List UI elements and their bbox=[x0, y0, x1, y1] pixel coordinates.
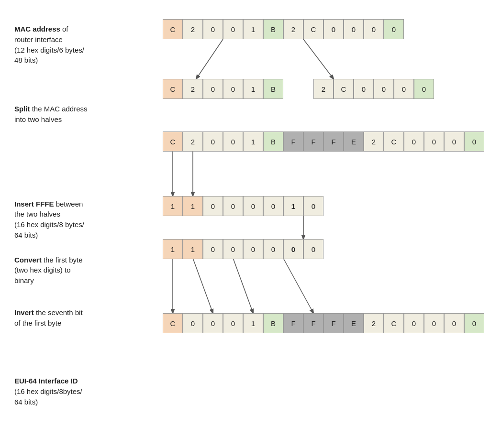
insert-label: Insert FFFE between the two halves (16 h… bbox=[14, 199, 158, 240]
cell-mac-2b: 2 bbox=[283, 19, 303, 39]
cell-eui-b: B bbox=[263, 313, 283, 333]
cell-mac-c: C bbox=[163, 19, 183, 39]
insert-bold: Insert FFFE bbox=[14, 200, 54, 208]
cell-fffe-0c: 0 bbox=[404, 131, 424, 152]
svg-line-7 bbox=[233, 258, 253, 313]
fffe-row: C 2 0 0 1 B F F F E 2 C 0 0 0 0 bbox=[163, 131, 484, 152]
cell-right-c: C bbox=[334, 79, 354, 99]
cell-right-0a: 0 bbox=[354, 79, 374, 99]
cell-inv-0d: 0 bbox=[263, 239, 283, 259]
cell-left-0b: 0 bbox=[223, 79, 243, 99]
cell-bin-0c: 0 bbox=[243, 196, 263, 216]
eui64-line2: (16 hex digits/8bytes/ bbox=[14, 386, 158, 397]
arrows-svg bbox=[163, 10, 476, 440]
mac-line3: (12 hex digits/6 bytes/ bbox=[14, 45, 158, 55]
cell-eui-f1: F bbox=[283, 313, 303, 333]
cell-fffe-0f: 0 bbox=[464, 131, 484, 152]
cell-fffe-c: C bbox=[163, 131, 183, 152]
insert-line3: (16 hex digits/8 bytes/ bbox=[14, 219, 158, 230]
cell-mac-0c: 0 bbox=[323, 19, 344, 39]
eui64-label: EUI-64 Interface ID (16 hex digits/8byte… bbox=[14, 376, 158, 407]
cell-fffe-0e: 0 bbox=[444, 131, 464, 152]
cell-eui-0d: 0 bbox=[404, 313, 424, 333]
cell-bin-1b: 1 bbox=[183, 196, 203, 216]
cell-fffe-f1: F bbox=[283, 131, 303, 152]
invert-label: Invert the seventh bit of the first byte bbox=[14, 307, 158, 328]
invert-bold: Invert bbox=[14, 308, 34, 317]
invert-rest: the seventh bit bbox=[34, 308, 83, 317]
mac-bold: MAC address bbox=[14, 25, 60, 33]
svg-line-0 bbox=[196, 39, 223, 79]
cell-inv-0e: 0 bbox=[283, 239, 303, 259]
cell-inv-1a: 1 bbox=[163, 239, 183, 259]
cell-bin-0b: 0 bbox=[223, 196, 243, 216]
convert-rest: the first byte bbox=[42, 256, 83, 264]
cell-bin-0e: 0 bbox=[303, 196, 323, 216]
split-rest: the MAC address bbox=[30, 105, 88, 113]
cell-mac-b: B bbox=[263, 19, 283, 39]
cell-fffe-1: 1 bbox=[243, 131, 263, 152]
cell-fffe-cb: C bbox=[384, 131, 404, 152]
cell-left-0a: 0 bbox=[203, 79, 223, 99]
cell-eui-0a: 0 bbox=[183, 313, 203, 333]
cell-mac-0e: 0 bbox=[364, 19, 384, 39]
left-column: MAC address of router interface (12 hex … bbox=[14, 10, 163, 440]
cell-eui-0e: 0 bbox=[424, 313, 444, 333]
cell-eui-1: 1 bbox=[243, 313, 263, 333]
cell-right-0c: 0 bbox=[394, 79, 414, 99]
mac-right-row: 2 C 0 0 0 0 bbox=[313, 79, 434, 99]
cell-left-2: 2 bbox=[183, 79, 203, 99]
right-column: C 2 0 0 1 B 2 C 0 0 0 0 C 2 bbox=[163, 10, 476, 440]
cell-right-0b: 0 bbox=[374, 79, 394, 99]
cell-fffe-f2: F bbox=[303, 131, 323, 152]
insert-rest: between bbox=[54, 200, 83, 208]
split-line2: into two halves bbox=[14, 114, 158, 125]
cell-right-2: 2 bbox=[313, 79, 334, 99]
cell-eui-0f: 0 bbox=[444, 313, 464, 333]
cell-eui-f2: F bbox=[303, 313, 323, 333]
cell-bin-1c: 1 bbox=[283, 196, 303, 216]
cell-inv-0a: 0 bbox=[203, 239, 223, 259]
cell-eui-0g: 0 bbox=[464, 313, 484, 333]
eui64-line3: 64 bits) bbox=[14, 397, 158, 407]
cell-mac-0f: 0 bbox=[384, 19, 404, 39]
split-label: Split the MAC address into two halves bbox=[14, 104, 158, 125]
svg-line-8 bbox=[283, 258, 313, 313]
cell-mac-cb: C bbox=[303, 19, 323, 39]
convert-bold: Convert bbox=[14, 256, 42, 264]
cell-mac-0d: 0 bbox=[344, 19, 364, 39]
cell-eui-cb: C bbox=[384, 313, 404, 333]
cell-mac-0b: 0 bbox=[223, 19, 243, 39]
inverted-row: 1 1 0 0 0 0 0 0 bbox=[163, 239, 323, 259]
cell-left-c: C bbox=[163, 79, 183, 99]
cell-eui-f3: F bbox=[323, 313, 344, 333]
cell-fffe-e: E bbox=[344, 131, 364, 152]
insert-line2: the two halves bbox=[14, 209, 158, 219]
cell-bin-1a: 1 bbox=[163, 196, 183, 216]
cell-mac-1: 1 bbox=[243, 19, 263, 39]
main-layout: MAC address of router interface (12 hex … bbox=[14, 10, 476, 440]
cell-mac-2: 2 bbox=[183, 19, 203, 39]
mac-full-row: C 2 0 0 1 B 2 C 0 0 0 0 bbox=[163, 19, 404, 39]
mac-rest: of bbox=[60, 25, 68, 33]
cell-eui-0b: 0 bbox=[203, 313, 223, 333]
cell-fffe-f3: F bbox=[323, 131, 344, 152]
cell-right-0d: 0 bbox=[414, 79, 434, 99]
eui64-row: C 0 0 0 1 B F F F E 2 C 0 0 0 0 bbox=[163, 313, 484, 333]
cell-inv-0f: 0 bbox=[303, 239, 323, 259]
convert-line2: (two hex digits) to bbox=[14, 265, 158, 275]
cell-eui-e: E bbox=[344, 313, 364, 333]
cell-inv-0b: 0 bbox=[223, 239, 243, 259]
cell-eui-c: C bbox=[163, 313, 183, 333]
diagram-area: C 2 0 0 1 B 2 C 0 0 0 0 C 2 bbox=[163, 10, 476, 440]
mac-line2: router interface bbox=[14, 34, 158, 45]
svg-line-1 bbox=[303, 39, 334, 79]
cell-inv-0c: 0 bbox=[243, 239, 263, 259]
mac-left-row: C 2 0 0 1 B bbox=[163, 79, 283, 99]
cell-fffe-b: B bbox=[263, 131, 283, 152]
svg-line-6 bbox=[193, 258, 213, 313]
cell-fffe-2b: 2 bbox=[364, 131, 384, 152]
cell-bin-0a: 0 bbox=[203, 196, 223, 216]
split-bold: Split bbox=[14, 105, 30, 113]
cell-fffe-0d: 0 bbox=[424, 131, 444, 152]
